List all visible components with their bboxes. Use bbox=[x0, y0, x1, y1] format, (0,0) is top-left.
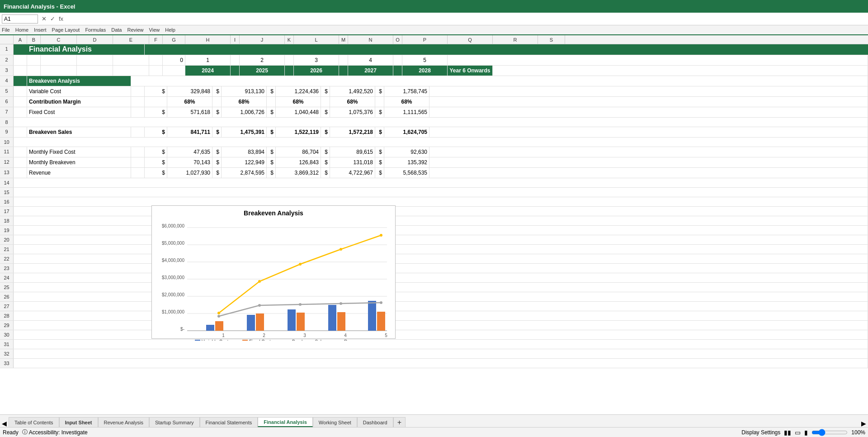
ribbon-item[interactable]: Data bbox=[111, 27, 122, 33]
cell-g3[interactable] bbox=[163, 66, 185, 76]
cell-m13[interactable]: $ bbox=[321, 168, 330, 178]
view-normal-icon[interactable]: ▮▮ bbox=[784, 429, 791, 436]
cancel-icon[interactable]: ✕ bbox=[42, 15, 47, 22]
col-header-c[interactable]: C bbox=[41, 35, 77, 44]
cell-i6[interactable] bbox=[212, 97, 222, 107]
cell-a6[interactable] bbox=[14, 97, 27, 107]
ribbon-item[interactable]: File bbox=[2, 27, 10, 33]
cell-f12[interactable] bbox=[131, 157, 145, 167]
cell-f9[interactable] bbox=[131, 127, 145, 137]
cell-a13[interactable] bbox=[14, 168, 27, 178]
ribbon-item[interactable]: Insert bbox=[34, 27, 47, 33]
cell-i5[interactable]: $ bbox=[212, 86, 222, 96]
cell-m2[interactable] bbox=[339, 55, 348, 65]
ribbon-item[interactable]: Review bbox=[127, 27, 143, 33]
tab-revenue-analysis[interactable]: Revenue Analysis bbox=[98, 417, 149, 427]
tab-add[interactable]: + bbox=[393, 417, 406, 427]
cell-o7[interactable]: $ bbox=[375, 107, 384, 117]
tab-startup-summary[interactable]: Startup Summary bbox=[149, 417, 200, 427]
cell-d2[interactable] bbox=[77, 55, 113, 65]
col-header-m[interactable]: M bbox=[339, 35, 348, 44]
cell-k5[interactable]: $ bbox=[267, 86, 276, 96]
cell-i11[interactable]: $ bbox=[212, 147, 222, 157]
col-header-h[interactable]: H bbox=[185, 35, 231, 44]
confirm-icon[interactable]: ✓ bbox=[50, 15, 55, 22]
view-page-icon[interactable]: ▭ bbox=[795, 429, 801, 436]
tab-financial-analysis[interactable]: Financial Analysis bbox=[258, 417, 313, 427]
col-header-q[interactable]: Q bbox=[448, 35, 493, 44]
cell-k7[interactable]: $ bbox=[267, 107, 276, 117]
cell-i7[interactable]: $ bbox=[212, 107, 222, 117]
col-header-o[interactable]: O bbox=[393, 35, 402, 44]
cell-a5[interactable] bbox=[14, 86, 27, 96]
cell-e2[interactable] bbox=[113, 55, 149, 65]
tab-working-sheet[interactable]: Working Sheet bbox=[313, 417, 357, 427]
ribbon-item[interactable]: Formulas bbox=[85, 27, 106, 33]
cell-f11[interactable] bbox=[131, 147, 145, 157]
cell-b2[interactable] bbox=[27, 55, 41, 65]
cell-i2[interactable] bbox=[231, 55, 240, 65]
cell-k13[interactable]: $ bbox=[267, 168, 276, 178]
cell-k11[interactable]: $ bbox=[267, 147, 276, 157]
col-header-g[interactable]: G bbox=[163, 35, 185, 44]
col-header-d[interactable]: D bbox=[77, 35, 113, 44]
cell-k2[interactable] bbox=[285, 55, 294, 65]
tab-table-of-contents[interactable]: Table of Contents bbox=[9, 417, 59, 427]
col-header-j[interactable]: J bbox=[240, 35, 285, 44]
cell-i13[interactable]: $ bbox=[212, 168, 222, 178]
cell-g7[interactable]: $ bbox=[145, 107, 167, 117]
col-header-b[interactable]: B bbox=[27, 35, 41, 44]
cell-c3[interactable] bbox=[41, 66, 77, 76]
accessibility-area[interactable]: ⓘ Accessibility: Investigate bbox=[22, 428, 88, 436]
cell-f13[interactable] bbox=[131, 168, 145, 178]
cell-g11[interactable]: $ bbox=[145, 147, 167, 157]
zoom-slider[interactable] bbox=[811, 429, 848, 436]
cell-o6[interactable] bbox=[375, 97, 384, 107]
col-header-a[interactable]: A bbox=[14, 35, 27, 44]
cell-m12[interactable]: $ bbox=[321, 157, 330, 167]
cell-a12[interactable] bbox=[14, 157, 27, 167]
cell-o11[interactable]: $ bbox=[375, 147, 384, 157]
col-header-s[interactable]: S bbox=[538, 35, 565, 44]
cell-o2[interactable] bbox=[393, 55, 402, 65]
cell-m9[interactable]: $ bbox=[321, 127, 330, 137]
cell-m11[interactable]: $ bbox=[321, 147, 330, 157]
cell-m7[interactable]: $ bbox=[321, 107, 330, 117]
col-header-p[interactable]: P bbox=[402, 35, 448, 44]
grid-container[interactable]: 1 Financial Analysis 2 0 1 bbox=[0, 44, 868, 414]
cell-a7[interactable] bbox=[14, 107, 27, 117]
cell-e3[interactable] bbox=[113, 66, 149, 76]
col-header-r[interactable]: R bbox=[493, 35, 538, 44]
tab-nav-left[interactable]: ◀ bbox=[0, 420, 9, 427]
ribbon-item[interactable]: Page Layout bbox=[52, 27, 80, 33]
function-icon[interactable]: fx bbox=[59, 15, 63, 22]
col-header-l[interactable]: L bbox=[294, 35, 339, 44]
cell-b1-e1[interactable]: Financial Analysis bbox=[27, 44, 145, 55]
cell-o12[interactable]: $ bbox=[375, 157, 384, 167]
cell-g5[interactable]: $ bbox=[145, 86, 167, 96]
cell-a11[interactable] bbox=[14, 147, 27, 157]
tab-next-icon[interactable]: ▶ bbox=[861, 420, 866, 427]
cell-f2[interactable] bbox=[149, 55, 163, 65]
cell-k9[interactable]: $ bbox=[267, 127, 276, 137]
cell-f7[interactable] bbox=[131, 107, 145, 117]
cell-k12[interactable]: $ bbox=[267, 157, 276, 167]
cell-n2[interactable]: 4 bbox=[348, 55, 393, 65]
cell-g13[interactable]: $ bbox=[145, 168, 167, 178]
cell-f3[interactable] bbox=[149, 66, 163, 76]
cell-h2[interactable]: 1 bbox=[185, 55, 231, 65]
cell-b3[interactable] bbox=[27, 66, 41, 76]
col-header-f[interactable]: F bbox=[149, 35, 163, 44]
cell-m6[interactable] bbox=[321, 97, 330, 107]
cell-d3[interactable] bbox=[77, 66, 113, 76]
ribbon-item[interactable]: View bbox=[149, 27, 160, 33]
ribbon-item[interactable]: Help bbox=[165, 27, 175, 33]
cell-g9[interactable]: $ bbox=[145, 127, 167, 137]
cell-m5[interactable]: $ bbox=[321, 86, 330, 96]
tab-financial-statements[interactable]: Financial Statements bbox=[200, 417, 258, 427]
cell-g6[interactable] bbox=[145, 97, 167, 107]
cell-i9[interactable]: $ bbox=[212, 127, 222, 137]
cell-j2[interactable]: 2 bbox=[240, 55, 285, 65]
cell-o5[interactable]: $ bbox=[375, 86, 384, 96]
tab-dashboard[interactable]: Dashboard bbox=[357, 417, 393, 427]
